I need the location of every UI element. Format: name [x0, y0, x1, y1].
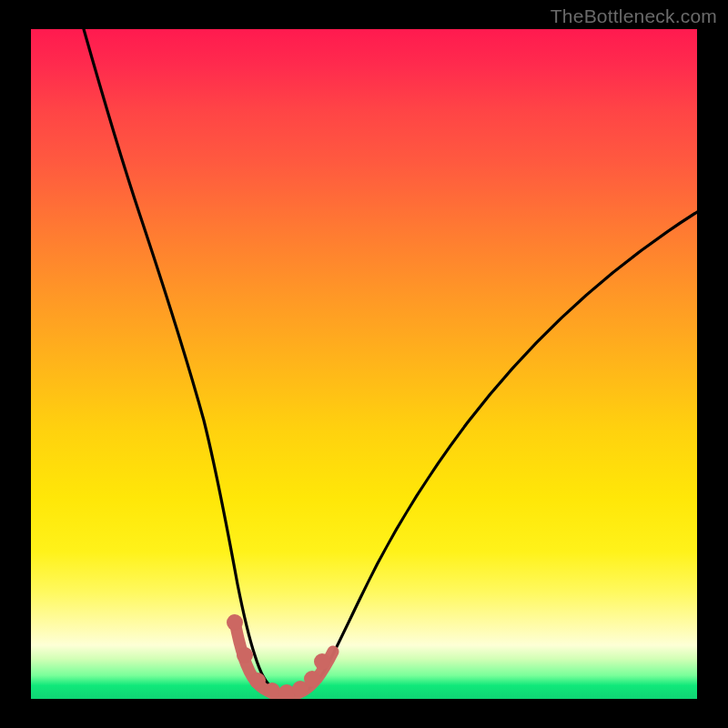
- curve-svg: [31, 29, 697, 699]
- marker-connector: [236, 626, 333, 695]
- marker-dot: [227, 614, 243, 631]
- marker-dot: [237, 647, 253, 663]
- outer-frame: TheBottleneck.com: [0, 0, 728, 728]
- marker-dot: [314, 653, 330, 670]
- plot-area: [31, 29, 697, 699]
- watermark-text: TheBottleneck.com: [551, 5, 717, 27]
- bottleneck-curve: [84, 29, 697, 694]
- marker-dot: [278, 684, 295, 699]
- marker-group: [227, 614, 330, 699]
- marker-dot: [249, 672, 266, 689]
- marker-dot: [304, 671, 320, 687]
- marker-dot: [292, 681, 308, 697]
- marker-dot: [264, 682, 280, 699]
